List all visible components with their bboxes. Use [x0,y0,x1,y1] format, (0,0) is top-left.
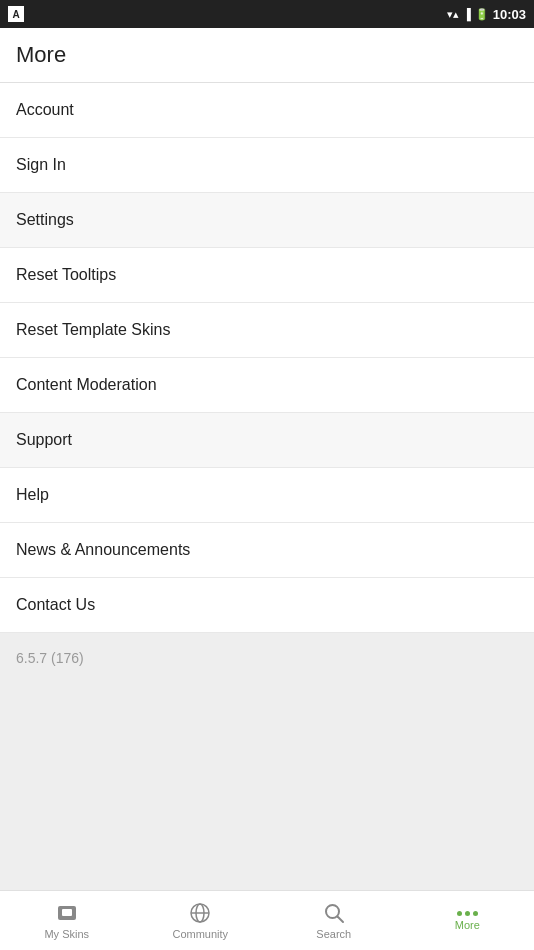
content-area: More Account Sign In Settings Reset Tool… [0,28,534,894]
menu-item-label-sign-in: Sign In [16,156,66,174]
menu-item-label-content-moderation: Content Moderation [16,376,157,394]
community-icon [188,901,212,925]
skins-icon [55,901,79,925]
menu-item-label-reset-template-skins: Reset Template Skins [16,321,170,339]
status-bar: A ▾▴ ▐ 🔋 10:03 [0,0,534,28]
nav-label-more: More [455,919,480,931]
menu-item-label-settings: Settings [16,211,74,229]
menu-item-label-reset-tooltips: Reset Tooltips [16,266,116,284]
nav-item-my-skins[interactable]: My Skins [0,891,134,950]
more-dots-icon [457,911,478,916]
battery-icon: 🔋 [475,8,489,21]
menu-item-reset-template-skins[interactable]: Reset Template Skins [0,303,534,358]
svg-line-6 [337,917,343,923]
search-icon [322,901,346,925]
nav-item-more[interactable]: More [401,891,535,950]
menu-item-support[interactable]: Support [0,413,534,468]
menu-item-help[interactable]: Help [0,468,534,523]
signal-icon: ▐ [463,8,471,20]
menu-item-label-help: Help [16,486,49,504]
status-bar-left: A [8,6,24,22]
menu-item-content-moderation[interactable]: Content Moderation [0,358,534,413]
bottom-nav: My Skins Community Search More [0,890,534,950]
menu-item-label-contact-us: Contact Us [16,596,95,614]
nav-label-community: Community [172,928,228,940]
nav-item-community[interactable]: Community [134,891,268,950]
menu-item-label-account: Account [16,101,74,119]
menu-item-settings[interactable]: Settings [0,193,534,248]
menu-list: Account Sign In Settings Reset Tooltips … [0,83,534,633]
menu-item-label-news-announcements: News & Announcements [16,541,190,559]
nav-label-my-skins: My Skins [44,928,89,940]
version-text: 6.5.7 (176) [16,650,84,666]
menu-item-contact-us[interactable]: Contact Us [0,578,534,633]
menu-item-sign-in[interactable]: Sign In [0,138,534,193]
page-header: More [0,28,534,83]
menu-item-reset-tooltips[interactable]: Reset Tooltips [0,248,534,303]
menu-item-label-support: Support [16,431,72,449]
menu-item-account[interactable]: Account [0,83,534,138]
version-section: 6.5.7 (176) [0,633,534,894]
svg-rect-1 [62,909,72,916]
menu-item-news-announcements[interactable]: News & Announcements [0,523,534,578]
status-time: 10:03 [493,7,526,22]
nav-item-search[interactable]: Search [267,891,401,950]
page-title: More [16,42,66,67]
nav-label-search: Search [316,928,351,940]
status-bar-right: ▾▴ ▐ 🔋 10:03 [447,7,526,22]
app-icon: A [8,6,24,22]
wifi-icon: ▾▴ [447,8,459,21]
